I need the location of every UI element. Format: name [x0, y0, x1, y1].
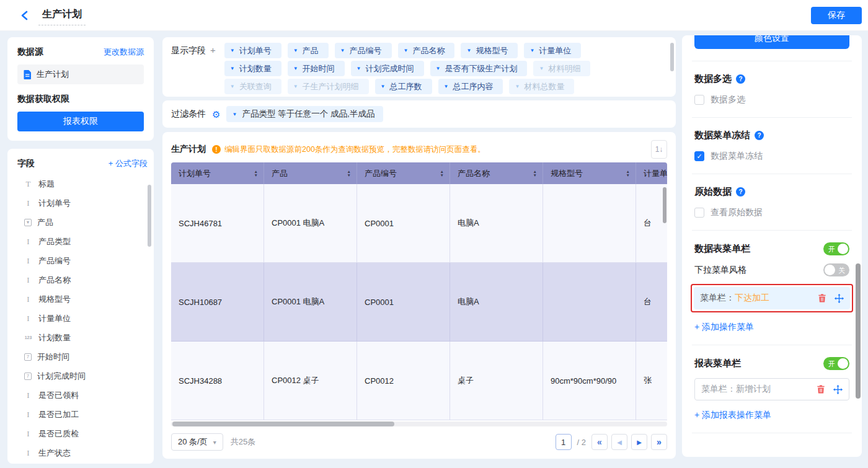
display-field-chip[interactable]: ▼计划数量: [224, 61, 281, 76]
menu-freeze-checkbox-row[interactable]: ✓ 数据菜单冻结: [694, 151, 849, 162]
field-type-text-icon: I: [24, 410, 33, 420]
field-item[interactable]: ▾产品: [17, 213, 148, 232]
display-field-chip[interactable]: ▼关联查询: [224, 79, 281, 94]
column-header-label: 产品: [272, 168, 288, 179]
field-item[interactable]: I产品名称: [17, 270, 148, 289]
field-item[interactable]: I规格型号: [17, 289, 148, 309]
delete-menu-button[interactable]: [817, 385, 825, 394]
field-item[interactable]: I生产状态: [17, 443, 148, 462]
table-row[interactable]: SCJH46781CP0001 电脑ACP0001电脑A台: [171, 184, 667, 263]
display-field-chip[interactable]: ▼材料总数量: [509, 79, 574, 94]
move-menu-button[interactable]: [833, 385, 843, 394]
settings-scrollbar[interactable]: [856, 263, 861, 399]
datasource-item[interactable]: 生产计划: [17, 64, 144, 84]
field-item[interactable]: T标题: [17, 174, 148, 193]
field-item[interactable]: 7计划完成时间: [17, 366, 148, 386]
table-menu-item[interactable]: 菜单栏： 下达加工: [694, 287, 850, 309]
page-size-select[interactable]: 20 条/页 ▾: [171, 433, 223, 451]
column-header[interactable]: 规格型号▲▼: [543, 162, 636, 184]
table-row[interactable]: SCJH10687CP0001 电脑ACP0001电脑A台: [171, 263, 667, 342]
display-field-chip[interactable]: ▼开始时间: [288, 61, 345, 76]
display-field-chip[interactable]: ▼计划完成时间: [351, 61, 424, 76]
display-field-chip[interactable]: ▼产品: [288, 43, 329, 58]
column-sort-icon[interactable]: ▲▼: [254, 170, 258, 177]
save-button[interactable]: 保存: [811, 7, 862, 24]
field-item[interactable]: I计划单号: [17, 193, 148, 213]
table-row[interactable]: SCJH34288CP0012 桌子CP0012桌子90cm*90cm*90/9…: [171, 342, 667, 420]
field-item[interactable]: I是否已加工: [17, 405, 148, 424]
document-icon: [24, 70, 32, 79]
display-fields-scrollbar[interactable]: [670, 43, 674, 71]
field-type-text-icon: I: [24, 237, 33, 247]
menu-freeze-checkbox[interactable]: ✓: [694, 151, 704, 161]
first-page-button[interactable]: «: [591, 434, 608, 450]
field-item[interactable]: I产品编号: [17, 251, 148, 270]
table-cell: CP0012 桌子: [264, 342, 357, 420]
column-header[interactable]: 产品▲▼: [264, 162, 357, 184]
current-page-box[interactable]: 1: [556, 434, 572, 450]
column-sort-icon[interactable]: ▲▼: [347, 170, 351, 177]
menu-item-value[interactable]: 下达加工: [735, 293, 769, 304]
display-field-chip[interactable]: ▼规格型号: [461, 43, 518, 58]
help-icon[interactable]: ?: [736, 74, 745, 84]
table-cell: CP0001 电脑A: [264, 184, 357, 263]
field-item[interactable]: I是否已质检: [17, 424, 148, 443]
field-item[interactable]: I是否已领料: [17, 386, 148, 405]
prev-page-button[interactable]: ◀: [611, 434, 627, 450]
display-field-chip[interactable]: ▼产品编号: [335, 43, 392, 58]
delete-menu-button[interactable]: [818, 294, 826, 302]
field-item[interactable]: I计量单位: [17, 309, 148, 328]
back-button[interactable]: [17, 9, 31, 22]
next-page-button[interactable]: ▶: [631, 434, 647, 450]
report-menu-toggle[interactable]: 开: [823, 357, 849, 370]
column-sort-icon[interactable]: ▲▼: [533, 170, 537, 177]
report-menu-item[interactable]: 菜单栏： 新增计划: [694, 378, 849, 400]
field-item[interactable]: 7开始时间: [17, 347, 148, 366]
table-horizontal-scrollbar[interactable]: [172, 422, 394, 426]
last-page-button[interactable]: »: [651, 434, 667, 450]
fields-scrollbar[interactable]: [148, 185, 151, 247]
page-size-value: 20 条/页: [178, 436, 208, 448]
add-formula-field-link[interactable]: + 公式字段: [108, 158, 148, 169]
dropdown-style-toggle[interactable]: 关: [823, 263, 849, 276]
field-item[interactable]: 123计划数量: [17, 328, 148, 347]
menu-item-value[interactable]: 新增计划: [736, 384, 771, 395]
filter-condition-chip[interactable]: ▼ 产品类型 等于任意一个 成品,半成品: [226, 106, 383, 122]
add-display-field-button[interactable]: +: [210, 45, 216, 55]
multi-select-checkbox-row[interactable]: 数据多选: [694, 94, 849, 105]
display-field-chip[interactable]: ▼计量单位: [524, 43, 581, 58]
chevron-down-icon: ▼: [293, 66, 298, 71]
display-field-chip[interactable]: ▼子生产计划明细: [288, 79, 369, 94]
multi-select-checkbox[interactable]: [694, 95, 704, 105]
display-field-chip[interactable]: ▼产品名称: [398, 43, 455, 58]
row-sort-button[interactable]: 1↓: [651, 140, 667, 159]
display-field-chip[interactable]: ▼材料明细: [533, 61, 590, 76]
table-cell: CP0001 电脑A: [264, 263, 357, 342]
column-header[interactable]: 产品名称▲▼: [450, 162, 543, 184]
column-header[interactable]: 计量单位▲▼: [636, 162, 667, 184]
display-field-chip[interactable]: ▼总工序内容: [438, 79, 503, 94]
fields-heading: 字段: [17, 158, 35, 169]
move-menu-button[interactable]: [835, 294, 844, 303]
table-cell: 张: [636, 342, 667, 420]
help-icon[interactable]: ?: [755, 131, 764, 140]
column-header[interactable]: 产品编号▲▼: [357, 162, 450, 184]
column-sort-icon[interactable]: ▲▼: [626, 170, 630, 177]
add-report-menu-link[interactable]: + 添加报表操作菜单: [694, 410, 771, 421]
filter-settings-gear-icon[interactable]: ⚙: [212, 110, 220, 119]
table-vertical-scrollbar[interactable]: [663, 187, 666, 223]
raw-data-checkbox-row[interactable]: 查看原始数据: [694, 207, 849, 218]
change-datasource-link[interactable]: 更改数据源: [104, 46, 144, 58]
display-field-chip[interactable]: ▼总工序数: [375, 79, 432, 94]
column-header[interactable]: 计划单号▲▼: [171, 162, 264, 184]
display-field-chip[interactable]: ▼是否有下级生产计划: [430, 61, 528, 76]
color-settings-button[interactable]: 颜色设置: [694, 35, 849, 49]
column-sort-icon[interactable]: ▲▼: [440, 170, 444, 177]
table-menu-toggle[interactable]: 开: [823, 242, 849, 255]
help-icon[interactable]: ?: [736, 187, 745, 196]
raw-data-checkbox[interactable]: [694, 208, 704, 218]
field-item[interactable]: I产品类型: [17, 232, 148, 251]
display-field-chip[interactable]: ▼计划单号: [224, 43, 281, 58]
report-permission-button[interactable]: 报表权限: [17, 112, 144, 131]
add-table-menu-link[interactable]: + 添加操作菜单: [694, 322, 754, 333]
